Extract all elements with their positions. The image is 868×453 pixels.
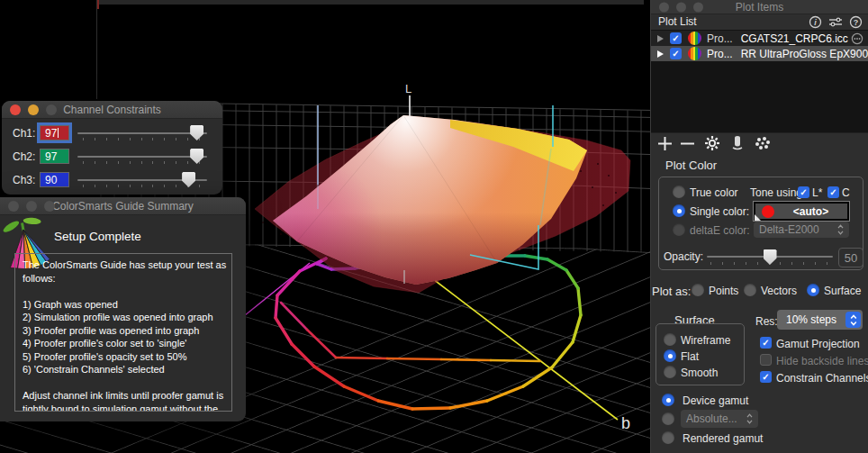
plot-items-titlebar[interactable]: Plot Items [651, 0, 868, 14]
gamut-projection-label: Gamut Projection [776, 338, 860, 350]
single-color-radio[interactable] [673, 204, 685, 217]
add-icon[interactable] [657, 136, 673, 151]
color-well-value: <auto> [774, 205, 847, 218]
device-gamut-radio[interactable] [662, 394, 674, 406]
setup-complete-heading: Setup Complete [54, 230, 141, 243]
flat-label: Flat [681, 350, 699, 363]
deltae-dropdown[interactable]: Delta-E2000 [754, 222, 849, 238]
traffic-lights[interactable] [8, 201, 55, 212]
plot-list-row-selected[interactable]: ✓ Pro... RR UltraProGloss EpX900 PK.... [651, 46, 868, 61]
flat-radio[interactable] [664, 349, 676, 362]
row-type: Pro... [707, 48, 733, 60]
disclosure-triangle-icon[interactable] [657, 50, 664, 58]
plot-as-vectors-radio[interactable] [744, 284, 756, 296]
chevron-updown-icon [850, 314, 857, 326]
row-type: Pro... [707, 32, 733, 45]
ch3-label: Ch3: [13, 174, 35, 186]
single-color-well[interactable]: <auto> [754, 202, 849, 221]
plot-as-points-radio[interactable] [692, 284, 704, 296]
ch3-slider-ticks [83, 185, 203, 187]
absolute-gamut-radio[interactable] [662, 412, 674, 425]
ch3-input[interactable]: 90 [40, 172, 69, 187]
chevron-updown-icon [746, 413, 753, 424]
color-well-corner [755, 214, 761, 221]
true-color-radio[interactable] [673, 186, 685, 198]
plot-as-surface-label: Surface [824, 285, 861, 297]
disclosure-triangle-icon[interactable] [657, 35, 664, 42]
info-icon[interactable]: i [809, 15, 822, 29]
row-checkbox[interactable]: ✓ [670, 32, 682, 44]
row-checkbox[interactable]: ✓ [670, 48, 682, 59]
chevron-updown-icon [837, 224, 844, 235]
traffic-lights[interactable] [659, 2, 703, 12]
cluster-icon[interactable] [755, 136, 771, 151]
plot-list-title: Plot List [658, 15, 697, 28]
close-icon[interactable] [8, 201, 19, 212]
constrain-channels-label: Constrain Channels [776, 372, 868, 385]
b-axis-label: b [621, 414, 630, 432]
ch2-input[interactable]: 97 [40, 149, 69, 164]
ch1-slider-track[interactable] [77, 132, 207, 134]
plot-list-header: Plot List i ? [651, 14, 868, 30]
rendered-gamut-label: Rendered gamut [683, 432, 763, 445]
color-swatch [762, 205, 774, 218]
plot-list-row[interactable]: ✓ Pro... CGATS21_CRPC6.icc [651, 31, 868, 46]
close-icon[interactable] [10, 104, 21, 115]
guide-summary-text[interactable]: The ColorSmarts Guide has setup your tes… [14, 253, 232, 412]
list-toolbar [651, 132, 868, 155]
ellipsis-circle-icon[interactable] [851, 32, 863, 45]
ch1-input[interactable]: 97 [40, 125, 69, 140]
wireframe-label: Wireframe [681, 334, 730, 347]
res-dropdown-badge [845, 312, 861, 328]
deltae-dropdown-value: Delta-E2000 [759, 223, 819, 236]
help-icon[interactable]: ? [849, 15, 863, 29]
smooth-label: Smooth [681, 367, 718, 379]
tone-l-checkbox[interactable]: ✓ [798, 186, 809, 198]
res-label: Res: [755, 315, 778, 328]
colorsmarts-window: ColorSmarts Guide Summary Setup Complete… [0, 197, 246, 421]
constrain-channels-checkbox[interactable]: ✓ [760, 371, 772, 383]
wireframe-radio[interactable] [664, 333, 676, 346]
absolute-dropdown[interactable]: Absolute... [681, 410, 758, 428]
window-title: Plot Items [736, 1, 783, 14]
row-name: RR UltraProGloss EpX900 PK.... [741, 48, 868, 60]
ch1-label: Ch1: [13, 127, 35, 140]
window-title: Channel Constraints [63, 104, 161, 116]
zoom-icon[interactable] [46, 104, 57, 115]
absolute-dropdown-value: Absolute... [686, 412, 737, 425]
minimize-icon[interactable] [26, 201, 37, 212]
row-name: CGATS21_CRPC6.icc [741, 32, 851, 45]
plot-as-label: Plot as: [652, 285, 691, 298]
ch2-slider-ticks [83, 161, 203, 164]
filter-icon[interactable] [828, 15, 843, 29]
device-gamut-label: Device gamut [683, 394, 748, 407]
res-dropdown-value: 10% steps [786, 313, 836, 326]
gamut-projection-checkbox[interactable]: ✓ [760, 337, 772, 349]
hide-backside-checkbox[interactable] [760, 354, 772, 366]
minimize-icon[interactable] [28, 104, 39, 115]
channel-constraints-window: Channel Constraints Ch1: 97 Ch2: 97 Ch3:… [2, 101, 222, 195]
opacity-value: 50 [838, 248, 863, 267]
svg-text:?: ? [854, 18, 859, 27]
gear-icon[interactable] [704, 135, 720, 151]
dropper-icon[interactable] [730, 135, 745, 152]
tone-c-checkbox[interactable]: ✓ [827, 186, 839, 198]
rendered-gamut-radio[interactable] [662, 431, 674, 444]
zoom-icon[interactable] [44, 201, 55, 212]
colorsmarts-titlebar[interactable]: ColorSmarts Guide Summary [0, 197, 246, 215]
plot-as-surface-radio[interactable] [807, 284, 819, 296]
plot-items-panel: Plot Items Plot List i ? ✓ Pr [650, 0, 868, 453]
remove-icon[interactable] [680, 136, 695, 151]
ch2-label: Ch2: [13, 150, 35, 163]
ch2-slider-track[interactable] [77, 156, 207, 158]
profile-rainbow-icon [688, 47, 701, 60]
channel-constraints-titlebar[interactable]: Channel Constraints [2, 101, 222, 119]
res-dropdown[interactable]: 10% steps [777, 310, 863, 330]
deltae-color-radio[interactable] [673, 223, 685, 236]
traffic-lights[interactable] [10, 104, 57, 115]
tone-l-label: L* [812, 186, 822, 199]
window-top-strip [96, 0, 644, 5]
l-axis-label: L [405, 82, 411, 95]
profile-rainbow-icon [688, 32, 701, 45]
smooth-radio[interactable] [664, 366, 676, 378]
